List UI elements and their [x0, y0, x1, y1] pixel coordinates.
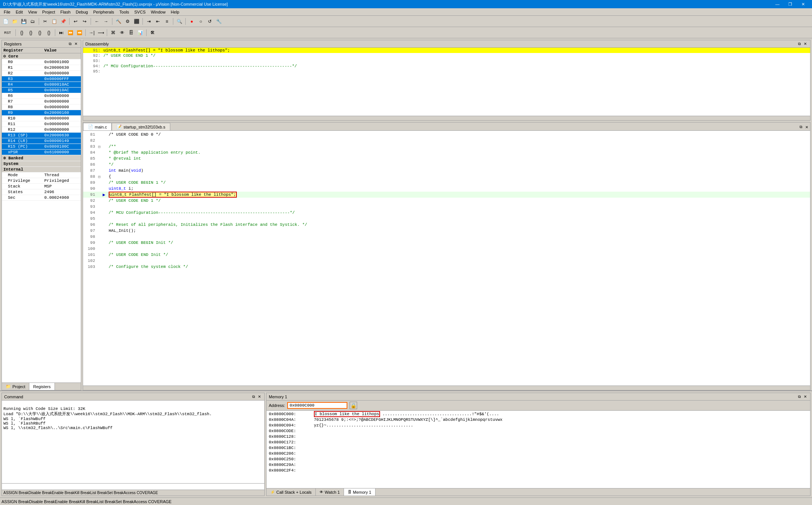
right-column: Disassembly ⧉ ✕ 91: uint8_t FlashTest[] … [83, 40, 810, 390]
code-editor-panel: 📄 main.c 📝 startup_stm32f103xb.s ⧉ ✕ [83, 122, 810, 390]
tab-watch1[interactable]: 👁 Watch 1 [316, 488, 344, 496]
expand-icon-83[interactable]: ⊟ [98, 144, 103, 149]
menu-view[interactable]: View [26, 9, 39, 15]
tb-debug-opts[interactable]: 🔧 [215, 17, 223, 26]
tb2-b4[interactable]: {} [45, 29, 53, 37]
reg-row-R10[interactable]: R10 0x00000000 [2, 116, 81, 121]
cmd-float-btn[interactable]: ⧉ [251, 394, 256, 399]
reg-float-btn[interactable]: ⧉ [67, 41, 73, 47]
tb2-config[interactable]: 🛠 [148, 29, 157, 37]
close-button[interactable]: ✕ [797, 1, 809, 8]
cmd-close-btn[interactable]: ✕ [257, 394, 262, 399]
tb-debug-stop[interactable]: ○ [197, 17, 205, 26]
tb2-run-to[interactable]: →| [88, 29, 96, 37]
code-close-btn[interactable]: ✕ [804, 124, 809, 130]
reg-row-R6[interactable]: R6 0x00000000 [2, 93, 81, 99]
tb-outdent[interactable]: ⇤ [154, 17, 162, 26]
tb-stop[interactable]: ⬛ [132, 17, 141, 26]
tab-memory1[interactable]: 🗄 Memory 1 [344, 488, 376, 496]
reg-row-xPSR[interactable]: xPSR 0x61000000 [2, 150, 81, 155]
tab-callstack[interactable]: ⚡ Call Stack + Locals [267, 488, 316, 496]
tb-indent[interactable]: ⇥ [145, 17, 153, 26]
maximize-button[interactable]: ❐ [784, 1, 796, 8]
tb-cut[interactable]: ✂ [41, 17, 49, 26]
tb-back[interactable]: ← [93, 17, 101, 26]
tb-save-all[interactable]: 🗂 [29, 17, 37, 26]
menu-project[interactable]: Project [40, 9, 57, 15]
memory-address-input[interactable] [287, 402, 347, 409]
tb-debug-run[interactable]: ● [188, 17, 196, 26]
tb-open[interactable]: 📁 [11, 17, 19, 26]
menu-window[interactable]: Window [148, 9, 168, 15]
reg-row-R4[interactable]: R4 0x080010AC [2, 82, 81, 88]
tb2-step-in[interactable]: ⏭ [57, 29, 65, 37]
code-content[interactable]: 81 /* USER CODE END 0 */8283⊟/**84 * @br… [83, 131, 810, 386]
reg-row-R1[interactable]: R1 0x20000630 [2, 65, 81, 71]
tab-project[interactable]: 📁 Project [2, 383, 29, 390]
disasm-close-btn[interactable]: ✕ [803, 41, 808, 47]
command-input-field[interactable] [3, 484, 264, 489]
minimize-button[interactable]: — [771, 1, 783, 8]
mem-float-btn[interactable]: ⧉ [797, 394, 802, 399]
reg-row-R14LR[interactable]: R14 (LR) 0x08000149 [2, 138, 81, 144]
menu-file[interactable]: File [2, 9, 13, 15]
tb-redo[interactable]: ↪ [80, 17, 89, 26]
disasm-float-btn[interactable]: ⧉ [797, 41, 802, 47]
tb2-next[interactable]: ⟶ [97, 29, 105, 37]
tb2-step-out[interactable]: ⏪ [75, 29, 83, 37]
tb2-cmd[interactable]: ⌘ [109, 29, 117, 37]
code-line-101: 101 /* USER CODE END Init */ [83, 252, 810, 258]
tab-registers[interactable]: Registers [29, 383, 55, 390]
menu-flash[interactable]: Flash [58, 9, 73, 15]
tb2-step-over[interactable]: ⏩ [66, 29, 74, 37]
tb-align[interactable]: ≡ [163, 17, 171, 26]
mem-data-7 [314, 451, 808, 456]
reg-row-R7[interactable]: R7 0x00000000 [2, 99, 81, 104]
reg-row-R0[interactable]: R0 0x0800100D [2, 59, 81, 65]
reg-row-R9[interactable]: R9 0x20000160 [2, 110, 81, 116]
menu-tools[interactable]: Tools [117, 9, 132, 15]
tb2-rst[interactable]: RST [2, 29, 14, 37]
code-line-91: 91▶ uint8_t FlashTest[] = "I blossom lik… [83, 192, 810, 198]
tab-startup[interactable]: 📝 startup_stm32f103xb.s [112, 123, 170, 130]
tb2-b3[interactable]: {} [36, 29, 44, 37]
tb-new[interactable]: 📄 [2, 17, 10, 26]
sep2-2 [55, 29, 55, 36]
memory-lock-button[interactable]: 🔒 [350, 402, 357, 409]
code-scrollbar-h[interactable] [83, 386, 810, 390]
tb-forward[interactable]: → [102, 17, 110, 26]
tb2-perf[interactable]: 📊 [136, 29, 144, 37]
tb2-b1[interactable]: {} [18, 29, 26, 37]
reg-row-R3[interactable]: R3 0x08000FFF [2, 76, 81, 82]
disasm-scrollbar-h[interactable] [83, 116, 810, 120]
reg-row-R5[interactable]: R5 0x080010AC [2, 88, 81, 93]
tb-build[interactable]: 🔨 [114, 17, 123, 26]
tb2-b2[interactable]: {} [27, 29, 35, 37]
menu-svcs[interactable]: SVCS [132, 9, 148, 15]
reg-row-R12[interactable]: R12 0x00000000 [2, 127, 81, 133]
menu-edit[interactable]: Edit [14, 9, 25, 15]
reg-row-R2[interactable]: R2 0x00000000 [2, 71, 81, 76]
tb-copy[interactable]: 📋 [50, 17, 58, 26]
mem-close-btn[interactable]: ✕ [803, 394, 808, 399]
reg-close-btn[interactable]: ✕ [73, 41, 79, 47]
tb-paste[interactable]: 📌 [59, 17, 67, 26]
menu-debug[interactable]: Debug [74, 9, 90, 15]
tab-main-c[interactable]: 📄 main.c [83, 123, 112, 130]
tb-debug-reset[interactable]: ↺ [206, 17, 214, 26]
menu-peripherals[interactable]: Peripherals [91, 9, 117, 15]
tb-rebuild[interactable]: ⚙ [123, 17, 132, 26]
tb-find[interactable]: 🔍 [175, 17, 183, 26]
tb2-mem[interactable]: 🗄 [127, 29, 135, 37]
reg-row-R11[interactable]: R11 0x00000000 [2, 121, 81, 127]
reg-row-R8[interactable]: R8 0x00000000 [2, 104, 81, 110]
tb2-watch[interactable]: 👁 [118, 29, 126, 37]
expand-icon-88[interactable]: ⊟ [98, 174, 103, 179]
code-float-btn[interactable]: ⧉ [798, 124, 803, 130]
tb-undo[interactable]: ↩ [71, 17, 80, 26]
sep-6 [173, 18, 173, 25]
reg-row-R15PC[interactable]: R15 (PC) 0x0800100C [2, 144, 81, 150]
menu-help[interactable]: Help [168, 9, 182, 15]
tb-save[interactable]: 💾 [20, 17, 28, 26]
reg-row-R13SP[interactable]: R13 (SP) 0x20000630 [2, 133, 81, 138]
